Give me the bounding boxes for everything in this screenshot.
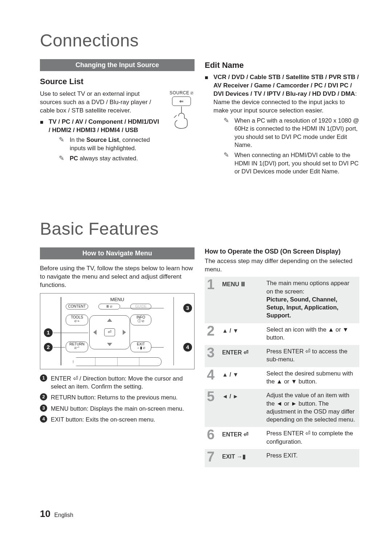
step-text: Adjust the value of an item with the ◄ o… [264, 389, 359, 427]
step-key: ENTER ⏎ [220, 427, 264, 449]
edit-name-note-1: When a PC with a resolution of 1920 x 10… [224, 116, 359, 149]
callout-item-3: MENU button: Displays the main on-screen… [40, 405, 195, 412]
table-row: 2 ▲ / ▼ Select an icon with the ▲ or ▼ b… [205, 323, 359, 345]
basic-columns: How to Navigate Menu Before using the TV… [40, 247, 359, 467]
step-num: 2 [205, 323, 220, 345]
page-number: 10 [40, 508, 50, 519]
bar-input-source: Changing the Input Source [40, 59, 195, 71]
step-num: 7 [205, 449, 220, 467]
btn-content: CONTENT [66, 304, 88, 309]
col-left: Changing the Input Source Source List Us… [40, 59, 195, 177]
arrow-right-icon [123, 330, 126, 335]
t: PC [70, 155, 78, 161]
step-num: 6 [205, 427, 220, 449]
source-inputs: TV / PC / AV / Component / HDMI1/DVI / H… [49, 118, 159, 134]
step-num: 5 [205, 389, 220, 427]
step-text: Select the desired submenu with the ▲ or… [264, 367, 359, 389]
source-label: SOURCE ⎚ [168, 90, 195, 96]
edit-name-item: VCR / DVD / Cable STB / Satellite STB / … [205, 73, 359, 175]
source-note-2: PC always stay activated. [59, 154, 162, 162]
remote-diagram: MENU CONTENT Ⅲ ⎚ GUIDE TOOLS⎚ ⌁ INFOⓘ ⎚ … [40, 293, 195, 369]
step-key: ◄ / ► [220, 389, 264, 427]
btn-menu: Ⅲ ⎚ [98, 304, 120, 309]
step-key: MENU Ⅲ [220, 277, 264, 323]
page-language: English [54, 512, 73, 518]
dpad: ⏎ [89, 315, 130, 349]
remote-source-button: ⇐ [172, 97, 191, 106]
basic-col-right: How to Operate the OSD (On Screen Displa… [205, 247, 359, 467]
btn-info: INFOⓘ ⎚ [130, 315, 151, 325]
osd-intro: The access step may differ depending on … [205, 257, 359, 274]
btn-tools: TOOLS⎚ ⌁ [66, 315, 88, 325]
edit-name-list: VCR / DVD / Cable STB / Satellite STB / … [213, 74, 359, 97]
step-text: The main menu options appear on the scre… [264, 277, 359, 323]
source-inputs-item: TV / PC / AV / Component / HDMI1/DVI / H… [40, 118, 162, 163]
heading-edit-name: Edit Name [205, 60, 359, 71]
callout-3: 3 [183, 304, 192, 312]
t: Source List [86, 136, 119, 143]
t: always stay activated. [78, 155, 138, 161]
t: EXIT [137, 342, 145, 346]
t: Picture, Sound, Channel, Setup, Input, A… [266, 296, 338, 319]
source-list-text: Use to select TV or an external input so… [40, 90, 162, 164]
step-text: Select an icon with the ▲ or ▼ button. [264, 323, 359, 345]
callout-2: 2 [44, 343, 53, 352]
t: SOURCE [170, 90, 189, 95]
arrow-down-icon [107, 343, 112, 346]
t: INFO [136, 315, 145, 319]
callout-item-2: RETURN button: Returns to the previous m… [40, 393, 195, 401]
btn-return: RETURN⎚ ↶ [66, 341, 88, 352]
source-list-intro: Use to select TV or an external input so… [40, 90, 162, 115]
t: RETURN [69, 342, 85, 346]
basic-intro: Before using the TV, follow the steps be… [40, 264, 195, 290]
arrow-left-icon [93, 330, 97, 335]
step-key: ▲ / ▼ [220, 323, 264, 345]
step-key: EXIT →▮ [220, 449, 264, 467]
source-list-row: Use to select TV or an external input so… [40, 90, 195, 164]
heading-connections: Connections [40, 29, 359, 53]
table-row: 7 EXIT →▮ Press EXIT. [205, 449, 359, 467]
step-key: ENTER ⏎ [220, 345, 264, 367]
table-row: 6 ENTER ⏎ Press ENTER ⏎ to complete the … [205, 427, 359, 449]
hand-icon [171, 105, 192, 129]
heading-source-list: Source List [40, 76, 195, 87]
table-row: 3 ENTER ⏎ Press ENTER ⏎ to access the su… [205, 345, 359, 367]
osd-steps-table: 1 MENU Ⅲ The main menu options appear on… [205, 277, 359, 467]
heading-basic-features: Basic Features [40, 217, 359, 241]
bar-navigate-menu: How to Navigate Menu [40, 247, 195, 259]
edit-name-note-2: When connecting an HDMI/DVI cable to the… [224, 151, 359, 175]
btn-guide: GUIDE [130, 304, 151, 309]
callout-item-1: ENTER ⏎ / Direction button: Move the cur… [40, 374, 195, 391]
table-row: 5 ◄ / ► Adjust the value of an item with… [205, 389, 359, 427]
step-text: Press EXIT. [264, 449, 359, 467]
table-row: 4 ▲ / ▼ Select the desired submenu with … [205, 367, 359, 389]
t: The main menu options appear on the scre… [266, 280, 349, 294]
enter-icon: ⏎ [104, 328, 115, 336]
table-row: 1 MENU Ⅲ The main menu options appear on… [205, 277, 359, 323]
basic-col-left: How to Navigate Menu Before using the TV… [40, 247, 195, 467]
btn-exit: EXIT→▮ ⎚ [130, 341, 151, 352]
osd-title: How to Operate the OSD (On Screen Displa… [205, 247, 359, 256]
step-key: ▲ / ▼ [220, 367, 264, 389]
col-right: Edit Name VCR / DVD / Cable STB / Satell… [205, 59, 359, 177]
page-footer: 10 English [40, 508, 73, 520]
callout-list: ENTER ⏎ / Direction button: Move the cur… [40, 374, 195, 423]
callout-4: 4 [183, 343, 192, 352]
callout-1: 1 [44, 328, 53, 337]
connections-columns: Changing the Input Source Source List Us… [40, 59, 359, 177]
callout-item-4: EXIT button: Exits the on-screen menu. [40, 415, 195, 423]
step-text: Press ENTER ⏎ to complete the configurat… [264, 427, 359, 449]
source-icon: ⎚ [191, 90, 193, 95]
t: In the [70, 136, 86, 143]
step-num: 1 [205, 277, 220, 323]
diagram-menu-label: MENU [40, 296, 194, 303]
color-buttons [73, 357, 162, 366]
step-num: 3 [205, 345, 220, 367]
t: TOOLS [71, 315, 83, 319]
step-text: Press ENTER ⏎ to access the sub-menu. [264, 345, 359, 367]
source-button-illustration: SOURCE ⎚ ⇐ [168, 90, 195, 129]
arrow-up-icon [107, 319, 112, 322]
step-num: 4 [205, 367, 220, 389]
source-note-1: In the Source List, connected inputs wil… [59, 136, 162, 152]
